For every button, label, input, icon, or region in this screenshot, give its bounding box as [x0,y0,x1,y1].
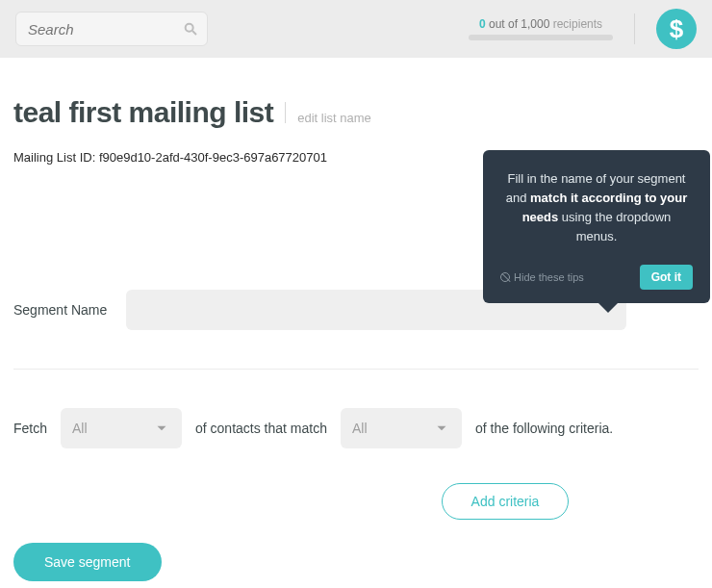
fetch-match-select[interactable]: All [341,408,462,448]
billing-button[interactable]: $ [656,9,697,49]
recipients-count: 0 [479,17,486,31]
search-icon [183,21,198,37]
segment-name-label: Segment Name [13,302,107,318]
chevron-down-icon [153,420,170,437]
save-segment-button[interactable]: Save segment [13,543,162,581]
tip-arrow-icon [598,303,618,313]
tip-popover: Fill in the name of your segment and mat… [483,150,710,303]
tip-body: Fill in the name of your segment and mat… [500,169,693,247]
chevron-down-icon [433,420,450,437]
hide-tips-label: Hide these tips [514,271,584,283]
mailing-id-value: f90e9d10-2afd-430f-9ec3-697a67720701 [99,150,327,165]
fetch-scope-value: All [72,421,88,436]
dollar-icon: $ [670,14,683,44]
topbar-divider [634,13,635,44]
fetch-scope-select[interactable]: All [61,408,182,448]
top-bar: 0 out of 1,000 recipients $ [0,0,712,58]
section-divider [13,369,699,370]
recipients-suffix: recipients [553,17,602,31]
prohibit-icon [500,272,510,282]
title-divider [285,102,286,123]
recipients-indicator: 0 out of 1,000 recipients [469,17,613,40]
search-wrap [15,12,208,46]
svg-point-0 [186,24,193,32]
fetch-match-value: All [352,421,368,436]
fetch-middle-text: of contacts that match [195,421,327,436]
recipients-total: out of 1,000 [489,17,549,31]
fetch-prefix: Fetch [13,421,47,436]
edit-list-name-link[interactable]: edit list name [297,111,371,125]
hide-tips-link[interactable]: Hide these tips [500,271,584,283]
add-criteria-button[interactable]: Add criteria [442,483,570,520]
mailing-id-label: Mailing List ID: [13,150,95,165]
page-title: teal first mailing list [13,96,273,129]
fetch-suffix-text: of the following criteria. [475,421,613,436]
recipients-text: 0 out of 1,000 recipients [479,17,602,31]
search-input[interactable] [15,12,208,46]
recipients-progress-bar [469,35,613,40]
svg-line-1 [192,31,196,35]
got-it-button[interactable]: Got it [640,265,693,290]
